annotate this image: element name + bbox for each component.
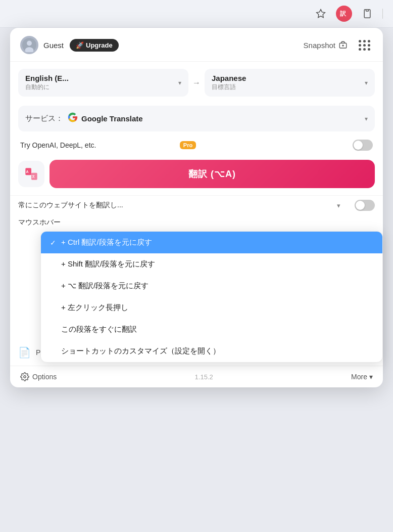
more-button[interactable]: More ▾	[351, 373, 373, 381]
popup-footer: Options 1.15.2 More ▾	[10, 366, 383, 387]
service-chevron: ▾	[365, 115, 368, 122]
options-button[interactable]: Options	[20, 372, 57, 381]
clipboard-icon[interactable]	[359, 6, 375, 22]
mousehover-dropdown: ✓ + Ctrl 翻訳/段落を元に戻す ✓ + Shift 翻訳/段落を元に戻す…	[40, 231, 383, 363]
always-translate-chevron[interactable]: ▾	[337, 202, 340, 209]
always-translate-row: 常にこのウェブサイトを翻訳し... ▾	[10, 195, 383, 216]
service-selector[interactable]: サービス： Google Translate ▾	[18, 106, 375, 131]
dropdown-item-label-1: + Shift 翻訳/段落を元に戻す	[61, 259, 155, 269]
check-icon-0: ✓	[50, 239, 58, 247]
mousehover-section: マウスホバー ✓ + Ctrl 翻訳/段落を元に戻す ✓ + Shift 翻訳/…	[10, 216, 383, 231]
service-name: Google Translate	[81, 114, 362, 123]
avatar	[20, 36, 38, 54]
translate-section: A 文 翻訳 (⌥A)	[10, 156, 383, 195]
svg-text:A: A	[26, 170, 29, 173]
dropdown-item-label-0: + Ctrl 翻訳/段落を元に戻す	[61, 238, 152, 247]
browser-bar: 訳	[0, 0, 393, 28]
dropdown-item-1[interactable]: ✓ + Shift 翻訳/段落を元に戻す	[41, 253, 382, 275]
snapshot-label: Snapshot	[304, 41, 335, 50]
translation-popup: Guest 🚀 Upgrade Snapshot English (	[10, 28, 383, 387]
language-row: English (E... 自動的に ▾ → Japanese 目標言語 ▾	[18, 69, 375, 97]
pdf-icon: 📄	[18, 346, 31, 359]
dropdown-item-2[interactable]: ✓ + ⌥ 翻訳/段落を元に戻す	[41, 275, 382, 297]
dropdown-item-5[interactable]: ✓ ショートカットのカスタマイズ（設定を開く）	[41, 340, 382, 362]
dropdown-item-label-2: + ⌥ 翻訳/段落を元に戻す	[61, 281, 149, 291]
dropdown-item-label-4: この段落をすぐに翻訳	[61, 325, 137, 334]
dropdown-item-0[interactable]: ✓ + Ctrl 翻訳/段落を元に戻す	[41, 232, 382, 253]
snapshot-icon	[338, 40, 348, 50]
always-translate-label: 常にこのウェブサイトを翻訳し...	[18, 201, 333, 210]
language-section: English (E... 自動的に ▾ → Japanese 目標言語 ▾	[10, 62, 383, 102]
toggle-knob	[354, 141, 363, 150]
dropdown-item-label-5: ショートカットのカスタマイズ（設定を開く）	[61, 346, 220, 356]
snapshot-button[interactable]: Snapshot	[300, 38, 352, 52]
dropdown-item-label-3: + 左クリック長押し	[61, 303, 128, 313]
target-lang-chevron: ▾	[365, 79, 368, 86]
mousehover-row: マウスホバー	[18, 218, 375, 227]
version-label: 1.15.2	[195, 373, 213, 381]
svg-rect-2	[366, 10, 369, 11]
source-language-selector[interactable]: English (E... 自動的に ▾	[18, 69, 188, 97]
dropdown-item-4[interactable]: ✓ この段落をすぐに翻訳	[41, 319, 382, 340]
pro-badge: Pro	[180, 141, 196, 149]
options-label: Options	[32, 373, 57, 381]
source-lang-name: English (E...	[25, 74, 69, 82]
svg-point-4	[27, 41, 32, 46]
service-section: サービス： Google Translate ▾	[10, 102, 383, 135]
star-icon[interactable]	[313, 6, 329, 22]
divider	[382, 9, 383, 19]
svg-marker-0	[317, 10, 325, 18]
google-icon	[67, 112, 78, 125]
service-label: サービス：	[25, 114, 63, 123]
source-lang-sub: 自動的に	[25, 83, 69, 92]
upgrade-button[interactable]: 🚀 Upgrade	[70, 39, 119, 52]
pro-toggle[interactable]	[353, 140, 373, 151]
svg-text:文: 文	[32, 174, 35, 178]
target-language-selector[interactable]: Japanese 目標言語 ▾	[205, 69, 375, 97]
always-toggle-knob	[356, 201, 365, 210]
svg-text:訳: 訳	[340, 10, 347, 17]
source-lang-chevron: ▾	[178, 79, 181, 86]
options-gear-icon	[20, 372, 29, 381]
language-arrow-icon: →	[192, 78, 201, 87]
grid-menu-icon[interactable]	[357, 38, 373, 53]
dropdown-item-3[interactable]: ✓ + 左クリック長押し	[41, 297, 382, 319]
translate-extension-icon[interactable]: 訳	[336, 6, 352, 22]
more-label: More	[351, 373, 367, 381]
translate-button[interactable]: 翻訳 (⌥A)	[50, 160, 375, 188]
more-chevron-icon: ▾	[369, 373, 373, 381]
popup-header: Guest 🚀 Upgrade Snapshot	[10, 28, 383, 62]
pro-toggle-row: Try OpenAI, DeepL, etc. Pro	[10, 135, 383, 156]
guest-label: Guest	[43, 41, 64, 50]
mousehover-label: マウスホバー	[18, 218, 61, 227]
target-lang-sub: 目標言語	[212, 83, 246, 92]
translate-mode-icon-button[interactable]: A 文	[18, 161, 44, 187]
target-lang-name: Japanese	[212, 74, 246, 82]
pro-toggle-label: Try OpenAI, DeepL, etc.	[20, 141, 177, 149]
rocket-icon: 🚀	[76, 41, 84, 49]
svg-point-13	[24, 376, 26, 378]
always-translate-toggle[interactable]	[355, 200, 375, 211]
